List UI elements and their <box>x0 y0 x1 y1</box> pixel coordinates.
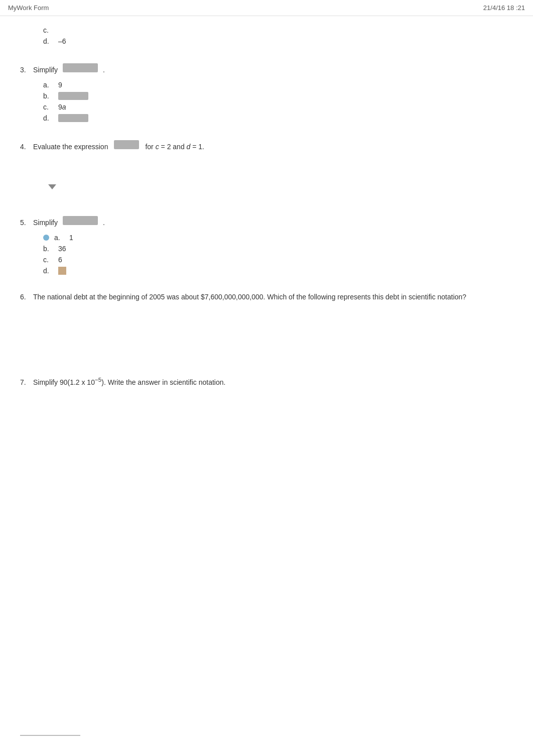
list-item: d. –6 <box>43 37 513 45</box>
question-4-text: Evaluate the expression <box>33 143 108 151</box>
question-7-header: 7. Simplify 90(1.2 x 10−5). Write the an… <box>20 376 513 386</box>
answer-value-d: –6 <box>58 37 66 45</box>
question-5-number: 5. <box>20 219 30 227</box>
bottom-line <box>20 735 80 736</box>
question-3-text: Simplify <box>33 66 58 74</box>
q3-period: . <box>103 66 105 74</box>
q3d-image <box>58 114 88 122</box>
list-item: c. <box>43 26 513 34</box>
q7-superscript: −5 <box>95 376 101 383</box>
answer-label: d. <box>43 114 55 122</box>
q4-expression-area <box>43 158 513 198</box>
q3b-image <box>58 92 88 100</box>
q5-answers: a. 1 b. 36 c. 6 d. <box>43 234 513 275</box>
q4-dropdown-arrow <box>48 184 56 189</box>
answer-label-c: c. <box>43 26 55 34</box>
header-left: MyWork Form <box>8 4 49 12</box>
question-6-number: 6. <box>20 293 30 301</box>
q5-period: . <box>103 219 105 227</box>
list-item: c. 9a <box>43 103 513 111</box>
question-4-condition: for c = 2 and d = 1. <box>145 143 204 151</box>
q6-answers-area <box>43 308 513 358</box>
page-content: c. d. –6 3. Simplify . a. 9 b. <box>0 16 533 462</box>
prev-answers: c. d. –6 <box>43 26 513 45</box>
list-item: c. 6 <box>43 256 513 264</box>
question-5: 5. Simplify . a. 1 b. 36 c. 6 d. <box>20 216 513 275</box>
list-item: a. 9 <box>43 81 513 89</box>
answer-label: a. <box>54 234 66 242</box>
question-4-header: 4. Evaluate the expression for c = 2 and… <box>20 140 513 151</box>
answer-label: b. <box>43 92 55 100</box>
question-5-header: 5. Simplify . <box>20 216 513 227</box>
question-7: 7. Simplify 90(1.2 x 10−5). Write the an… <box>20 376 513 434</box>
question-7-number: 7. <box>20 378 30 386</box>
question-7-text: Simplify 90(1.2 x 10−5). Write the answe… <box>33 376 225 386</box>
answer-value: 9a <box>58 103 66 111</box>
question-6: 6. The national debt at the beginning of… <box>20 293 513 358</box>
header-right: 21/4/16 18 :21 <box>483 4 525 12</box>
list-item: b. 36 <box>43 245 513 253</box>
question-4-number: 4. <box>20 143 30 151</box>
q3-answers: a. 9 b. c. 9a d. <box>43 81 513 122</box>
q5a-selected-indicator <box>43 235 49 241</box>
answer-value: 1 <box>69 234 73 242</box>
page-header: MyWork Form 21/4/16 18 :21 <box>0 0 533 16</box>
question-4: 4. Evaluate the expression for c = 2 and… <box>20 140 513 198</box>
answer-label: d. <box>43 267 55 275</box>
answer-label: c. <box>43 103 55 111</box>
answer-label: a. <box>43 81 55 89</box>
list-item: b. <box>43 92 513 100</box>
list-item: a. 1 <box>43 234 513 242</box>
answer-label-d: d. <box>43 37 55 45</box>
question-6-text: The national debt at the beginning of 20… <box>33 293 466 301</box>
q5d-selected-box <box>58 267 66 275</box>
q5-expression-image <box>63 216 98 225</box>
answer-label: c. <box>43 256 55 264</box>
answer-value: 9 <box>58 81 62 89</box>
prev-question-tail: c. d. –6 <box>20 26 513 45</box>
question-6-header: 6. The national debt at the beginning of… <box>20 293 513 301</box>
list-item: d. <box>43 267 513 275</box>
answer-value: 36 <box>58 245 66 253</box>
question-3-header: 3. Simplify . <box>20 63 513 74</box>
question-3: 3. Simplify . a. 9 b. c. 9a d. <box>20 63 513 122</box>
answer-value: 6 <box>58 256 62 264</box>
answer-label: b. <box>43 245 55 253</box>
list-item: d. <box>43 114 513 122</box>
question-5-text: Simplify <box>33 219 58 227</box>
q4-expression-image <box>114 140 139 149</box>
question-3-number: 3. <box>20 66 30 74</box>
q7-answer-area <box>20 393 513 434</box>
q3-expression-image <box>63 63 98 72</box>
